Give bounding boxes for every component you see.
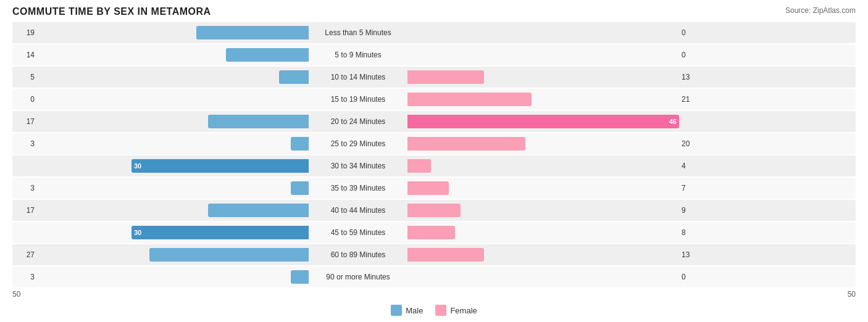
chart-row: 30 45 to 59 Minutes 8 (12, 222, 856, 243)
female-value: 0 (679, 273, 704, 281)
male-value: 14 (12, 51, 37, 59)
male-bar (291, 270, 309, 284)
male-value: 0 (12, 95, 37, 104)
chart-row: 3 35 to 39 Minutes 7 (12, 178, 856, 199)
female-value: 20 (679, 139, 704, 148)
male-bar (291, 137, 309, 151)
male-value: 3 (12, 139, 37, 148)
female-bar (407, 70, 484, 84)
chart-title: COMMUTE TIME BY SEX IN METAMORA (12, 6, 211, 17)
row-label: 35 to 39 Minutes (309, 184, 407, 192)
row-label: 30 to 34 Minutes (309, 162, 407, 170)
female-value: 13 (679, 250, 704, 259)
male-bar-container (37, 137, 309, 151)
female-value: 21 (679, 95, 704, 104)
male-bar-container (37, 93, 309, 106)
row-label: Less than 5 Minutes (309, 28, 407, 37)
chart-row: 3 25 to 29 Minutes 20 (12, 133, 856, 154)
male-bar: 30 (131, 159, 309, 173)
chart-row: 3 90 or more Minutes 0 (12, 266, 856, 287)
female-value: 9 (679, 206, 704, 215)
chart-area: 19 Less than 5 Minutes 0 14 5 to 9 Minut… (12, 22, 856, 316)
axis-left: 50 (12, 290, 62, 299)
female-bar (407, 137, 525, 151)
male-bar-container (37, 248, 309, 262)
male-value: 17 (12, 117, 37, 126)
male-bar-container (37, 181, 309, 195)
row-label: 10 to 14 Minutes (309, 73, 407, 81)
row-label: 5 to 9 Minutes (309, 51, 407, 59)
male-value: 17 (12, 206, 37, 215)
chart-row: 17 20 to 24 Minutes 46 (12, 111, 856, 132)
male-bar-container (37, 270, 309, 284)
chart-row: 14 5 to 9 Minutes 0 (12, 44, 856, 65)
male-bar (279, 70, 309, 84)
female-bar (407, 159, 431, 173)
female-bar-container (407, 226, 679, 239)
male-value: 3 (12, 273, 37, 281)
axis-right: 50 (806, 290, 856, 299)
row-label: 25 to 29 Minutes (309, 139, 407, 148)
male-bar (208, 115, 309, 128)
chart-row: 5 10 to 14 Minutes 13 (12, 67, 856, 88)
row-label: 15 to 19 Minutes (309, 95, 407, 104)
male-bar: 30 (131, 226, 309, 239)
chart-source: Source: ZipAtlas.com (785, 6, 856, 15)
female-value: 0 (679, 28, 704, 37)
legend-female-label: Female (450, 306, 477, 315)
legend: Male Female (12, 305, 856, 316)
male-bar-container (37, 26, 309, 39)
male-bar-container: 30 (37, 159, 309, 173)
legend-male-label: Male (406, 306, 423, 315)
female-bar-container (407, 137, 679, 151)
female-bar (407, 93, 532, 106)
female-bar (407, 204, 461, 217)
row-label: 40 to 44 Minutes (309, 206, 407, 215)
female-bar-container (407, 181, 679, 195)
male-bar (291, 181, 309, 195)
female-value: 7 (679, 184, 704, 192)
female-bar-container (407, 26, 679, 39)
male-bar (149, 248, 309, 262)
row-label: 45 to 59 Minutes (309, 228, 407, 237)
male-bar-container (37, 48, 309, 62)
male-bar (196, 26, 309, 39)
chart-row: 30 30 to 34 Minutes 4 (12, 155, 856, 176)
female-bar: 46 (407, 115, 679, 128)
legend-female: Female (435, 305, 477, 316)
male-bar (226, 48, 309, 62)
legend-male-box (391, 305, 402, 316)
male-bar-container: 30 (37, 226, 309, 239)
male-value: 5 (12, 73, 37, 81)
chart-row: 19 Less than 5 Minutes 0 (12, 22, 856, 43)
male-value: 19 (12, 28, 37, 37)
male-bar-container (37, 70, 309, 84)
row-label: 20 to 24 Minutes (309, 117, 407, 126)
female-value: 13 (679, 73, 704, 81)
axis-labels: 50 50 (12, 290, 856, 299)
chart-row: 0 15 to 19 Minutes 21 (12, 89, 856, 110)
female-bar-container (407, 159, 679, 173)
male-value: 3 (12, 184, 37, 192)
female-bar (407, 248, 484, 262)
female-bar (407, 226, 455, 239)
row-label: 90 or more Minutes (309, 273, 407, 281)
male-bar (208, 204, 309, 217)
female-bar-container (407, 204, 679, 217)
chart-row: 17 40 to 44 Minutes 9 (12, 200, 856, 221)
female-bar-container (407, 248, 679, 262)
legend-female-box (435, 305, 446, 316)
female-bar-container (407, 270, 679, 284)
female-value: 4 (679, 162, 704, 170)
row-label: 60 to 89 Minutes (309, 250, 407, 259)
female-bar-container: 46 (407, 115, 679, 128)
female-bar (407, 181, 449, 195)
female-value: 0 (679, 51, 704, 59)
legend-male: Male (391, 305, 423, 316)
female-value: 8 (679, 228, 704, 237)
female-bar-container (407, 93, 679, 106)
male-bar-container (37, 115, 309, 128)
female-bar-container (407, 48, 679, 62)
male-bar-container (37, 204, 309, 217)
chart-row: 27 60 to 89 Minutes 13 (12, 244, 856, 265)
